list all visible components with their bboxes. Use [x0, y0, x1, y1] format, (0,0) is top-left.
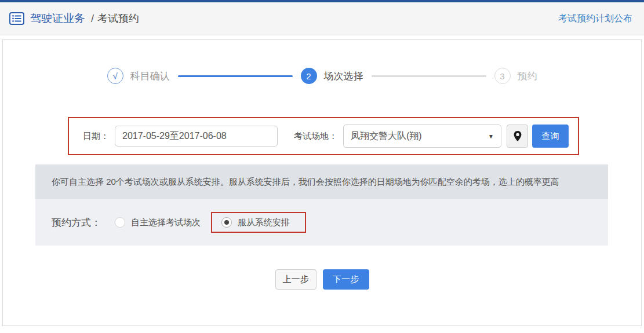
step-1-check-icon: √: [107, 68, 123, 84]
radio-self-select-label[interactable]: 自主选择考试场次: [131, 217, 201, 228]
notice-text: 你可自主选择 20个考试场次或服从系统安排。服从系统安排后，我们会按照你选择的日…: [52, 177, 559, 188]
radio-unchecked-icon[interactable]: [115, 217, 125, 228]
next-step-button[interactable]: 下一步: [323, 269, 369, 290]
step-subject-confirm: √ 科目确认: [107, 68, 170, 84]
breadcrumb-root[interactable]: 驾驶证业务: [30, 11, 85, 26]
list-menu-icon: [9, 12, 24, 25]
previous-step-button[interactable]: 上一步: [275, 269, 316, 290]
venue-label: 考试场地：: [294, 131, 337, 142]
venue-select-value: 凤翔交警大队(翔): [351, 130, 422, 142]
venue-select[interactable]: 凤翔交警大队(翔) ▼: [343, 125, 501, 148]
step-indicator: √ 科目确认 2 场次选择 3 预约: [3, 40, 641, 84]
step-session-select: 2 场次选择: [301, 68, 363, 84]
radio-option-self-select[interactable]: 自主选择考试场次: [115, 217, 201, 228]
radio-option-system-arrange[interactable]: 服从系统安排: [221, 217, 290, 228]
query-button[interactable]: 查询: [532, 125, 569, 148]
map-location-button[interactable]: [507, 125, 528, 148]
booking-mode-section: 预约方式： 自主选择考试场次 服从系统安排: [35, 199, 608, 246]
date-range-input[interactable]: [115, 126, 278, 147]
date-label: 日期：: [83, 131, 109, 142]
breadcrumb-current: 考试预约: [97, 12, 139, 25]
filter-highlight-box: 日期： 考试场地： 凤翔交警大队(翔) ▼ 查询: [68, 117, 579, 155]
step-2-badge: 2: [301, 68, 317, 84]
step-1-label: 科目确认: [130, 69, 170, 83]
step-booking: 3 预约: [494, 68, 537, 84]
wizard-actions: 上一步 下一步: [3, 269, 641, 290]
page-header: 驾驶证业务 / 考试预约 考试预约计划公布: [0, 2, 644, 35]
step-2-label: 场次选择: [324, 69, 363, 83]
booking-mode-label: 预约方式：: [52, 216, 101, 229]
breadcrumb-separator: /: [91, 13, 94, 25]
step-3-badge: 3: [494, 68, 511, 84]
selected-option-highlight-box: 服从系统安排: [211, 212, 306, 233]
chevron-down-icon: ▼: [488, 133, 494, 140]
notice-bar: 你可自主选择 20个考试场次或服从系统安排。服从系统安排后，我们会按照你选择的日…: [35, 164, 608, 199]
exam-plan-link[interactable]: 考试预约计划公布: [558, 13, 632, 25]
step-3-label: 预约: [518, 69, 537, 83]
main-card: √ 科目确认 2 场次选择 3 预约 日期： 考试场地： 凤翔交警大队(翔) ▼…: [2, 39, 642, 326]
step-connector-done: [178, 75, 293, 77]
radio-checked-icon[interactable]: [221, 217, 232, 228]
map-pin-icon: [514, 131, 522, 141]
radio-system-arrange-label[interactable]: 服从系统安排: [238, 217, 290, 228]
step-connector-pending: [372, 75, 486, 77]
